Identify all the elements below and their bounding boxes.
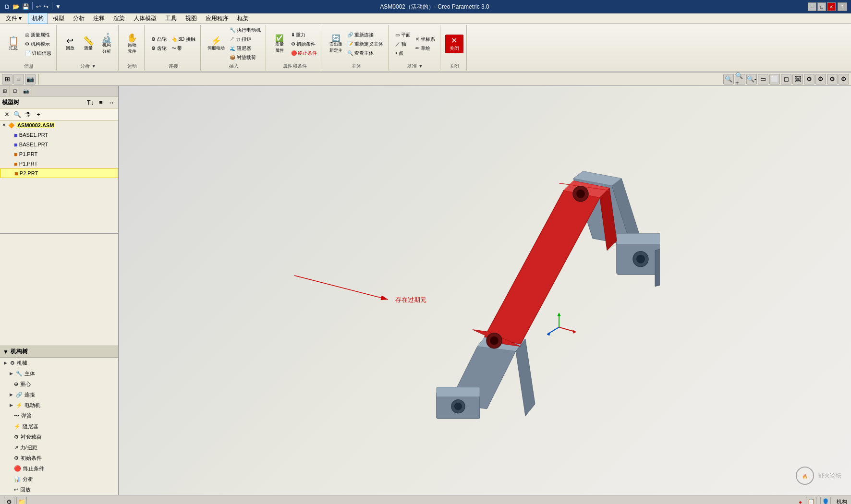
- mech-item-motor[interactable]: ▶ ⚡ 电动机: [0, 400, 118, 410]
- panel-btn-list[interactable]: ≡: [96, 97, 106, 107]
- menu-file[interactable]: 文件▼: [2, 13, 27, 24]
- mech-item-initial-cond[interactable]: ⚙ 初始条件: [0, 453, 118, 463]
- menu-view[interactable]: 视图: [182, 13, 201, 24]
- view-btn-layers[interactable]: ≡: [13, 74, 24, 84]
- menu-human-model[interactable]: 人体模型: [130, 13, 160, 24]
- view-btn-zoom-out[interactable]: 🔍-: [746, 74, 757, 84]
- left-tab-icons[interactable]: ⊞: [0, 86, 10, 96]
- mechanism-header[interactable]: ▼ 机构树: [0, 346, 118, 358]
- view-btn-camera[interactable]: 📷: [25, 74, 36, 84]
- ribbon-btn-gravity[interactable]: ⬇ 重力: [289, 31, 319, 39]
- quick-access-more[interactable]: ▼: [55, 2, 61, 12]
- tree-search-btn[interactable]: 🔍: [12, 109, 22, 119]
- ribbon-btn-playback[interactable]: ↩ 回放: [61, 35, 79, 53]
- ribbon-btn-reconnect[interactable]: 🔗 重新连接: [345, 31, 385, 39]
- ribbon-btn-sketch[interactable]: ✏ 草绘: [413, 44, 437, 53]
- ribbon-btn-mech-analysis[interactable]: 🔬 机构分析: [98, 32, 115, 56]
- mech-item-end-cond[interactable]: 🔴 终止条件: [0, 463, 118, 474]
- quick-access-new[interactable]: 🗋: [4, 2, 11, 12]
- tree-item-base1b[interactable]: ■ BASE1.PRT: [0, 140, 118, 149]
- tree-expand-asm[interactable]: ▼: [2, 123, 7, 128]
- view-btn-grid[interactable]: ⊞: [2, 74, 12, 84]
- ribbon-btn-belt[interactable]: 〜 带: [170, 44, 197, 53]
- menu-analysis[interactable]: 分析: [69, 13, 88, 24]
- mech-item-mechanical[interactable]: ▶ ⚙ 机械: [0, 358, 118, 368]
- mech-item-playback[interactable]: ↩ 回放: [0, 484, 118, 495]
- tree-close-search[interactable]: ✕: [2, 109, 12, 119]
- status-btn-user[interactable]: 👤: [820, 497, 831, 504]
- ribbon-btn-mech-display[interactable]: ⚙ 机构模示: [23, 40, 53, 48]
- ribbon-btn-detail[interactable]: 📄 详细信息: [23, 49, 53, 58]
- panel-btn-expand[interactable]: ↔: [107, 97, 116, 107]
- ribbon-btn-pad-load[interactable]: 📦 衬垫载荷: [228, 53, 263, 62]
- ribbon-btn-point[interactable]: • 点: [393, 49, 413, 58]
- view-btn-view1[interactable]: ▭: [758, 74, 768, 84]
- ribbon-btn-3d-contact[interactable]: 👆 3D 接触: [170, 35, 197, 44]
- ribbon-btn-mass-props[interactable]: ✅ 质量属性: [271, 33, 288, 55]
- view-btn-view4[interactable]: 🖼: [792, 74, 803, 84]
- ribbon-btn-redefine-body[interactable]: 📝 重新定义主体: [345, 40, 385, 48]
- tree-item-p1a[interactable]: ■ P1.PRT: [0, 149, 118, 159]
- ribbon-btn-exec-motor[interactable]: 🔧 执行电动机: [228, 26, 263, 35]
- maximize-button[interactable]: □: [817, 2, 826, 11]
- view-btn-view3[interactable]: ◻: [781, 74, 791, 84]
- close-button[interactable]: ✕: [827, 2, 836, 11]
- mech-item-force-torque[interactable]: ↗ 力/扭距: [0, 442, 118, 453]
- ribbon-btn-coord[interactable]: ✕ 坐标系: [413, 35, 437, 44]
- ribbon-btn-mass[interactable]: ⚖ 质量属性: [23, 31, 53, 39]
- ribbon-btn-force[interactable]: ↗ 力 扭矩: [228, 35, 263, 44]
- ribbon-btn-drag[interactable]: ✋ 拖动元件: [123, 32, 141, 56]
- viewport[interactable]: 存在过期元件 🔥 野火论坛: [119, 86, 851, 495]
- tree-filter[interactable]: ⚗: [23, 109, 33, 119]
- tree-item-p2[interactable]: ■ P2.PRT: [0, 168, 118, 178]
- tree-add[interactable]: +: [34, 109, 43, 119]
- menu-annotation[interactable]: 注释: [89, 13, 109, 24]
- mech-item-gravity-center[interactable]: ⊕ 重心: [0, 379, 118, 389]
- tree-item-base1a[interactable]: ■ BASE1.PRT: [0, 130, 118, 140]
- menu-tools[interactable]: 工具: [161, 13, 181, 24]
- minimize-button[interactable]: ─: [808, 2, 816, 11]
- quick-access-open[interactable]: 📂: [12, 2, 20, 12]
- status-btn-settings[interactable]: ⚙: [4, 497, 14, 504]
- menu-render[interactable]: 渲染: [109, 13, 129, 24]
- menu-mechanism[interactable]: 机构: [28, 13, 48, 24]
- help-button[interactable]: ?: [838, 2, 847, 11]
- ribbon-btn-reset-main[interactable]: 🔄 安出重新定主: [327, 33, 344, 55]
- quick-access-undo[interactable]: ↩: [35, 2, 42, 12]
- view-btn-settings2[interactable]: ⚙: [815, 74, 826, 84]
- ribbon-btn-gear[interactable]: ⚙ 齿轮: [149, 44, 169, 53]
- menu-model[interactable]: 模型: [49, 13, 68, 24]
- view-btn-view2[interactable]: ⬜: [769, 74, 780, 84]
- tree-item-p1b[interactable]: ■ P1.PRT: [0, 159, 118, 168]
- left-tab-search[interactable]: ⊡: [10, 86, 20, 96]
- ribbon-btn-servo-motor[interactable]: ⚡ 伺服电动: [206, 35, 227, 53]
- quick-access-redo[interactable]: ↪: [43, 2, 50, 12]
- ribbon-btn-damper[interactable]: 🌊 阻尼器: [228, 44, 263, 53]
- view-btn-settings3[interactable]: ⚙: [827, 74, 838, 84]
- mech-item-spring[interactable]: 〜 弹簧: [0, 410, 118, 421]
- mech-item-connection[interactable]: ▶ 🔗 连接: [0, 389, 118, 400]
- status-btn-folder[interactable]: 📁: [16, 497, 27, 504]
- ribbon-btn-initial-cond[interactable]: ⚙ 初始条件: [289, 40, 319, 48]
- mech-item-analysis[interactable]: 📊 分析: [0, 474, 118, 484]
- menu-framework[interactable]: 框架: [233, 13, 253, 24]
- status-btn-list[interactable]: 📋: [806, 497, 816, 504]
- left-tab-camera[interactable]: 📷: [20, 86, 32, 96]
- mech-item-damper[interactable]: ⚡ 阻尼器: [0, 421, 118, 432]
- view-btn-zoom-fit[interactable]: 🔍: [723, 74, 734, 84]
- quick-access-save[interactable]: 💾: [22, 2, 30, 12]
- ribbon-btn-axis[interactable]: ／ 轴: [393, 40, 413, 48]
- view-btn-settings4[interactable]: ⚙: [839, 74, 849, 84]
- ribbon-btn-plane[interactable]: ▭ 平面: [393, 31, 413, 39]
- ribbon-btn-view-body[interactable]: 🔍 查看主体: [345, 49, 385, 58]
- tree-item-asm0002[interactable]: ▼ 🔶 ASM0002.ASM: [0, 120, 118, 130]
- ribbon-btn-measure[interactable]: 📏 测量: [80, 35, 97, 53]
- ribbon-btn-end-cond[interactable]: 🔴 终止条件: [289, 49, 319, 58]
- view-btn-zoom-in[interactable]: 🔍+: [735, 74, 745, 84]
- mech-item-pad-load[interactable]: ⚙ 衬套载荷: [0, 432, 118, 442]
- ribbon-btn-close[interactable]: ✕ 关闭: [445, 35, 463, 53]
- menu-applications[interactable]: 应用程序: [202, 13, 232, 24]
- view-btn-settings1[interactable]: ⚙: [804, 74, 815, 84]
- mech-item-body[interactable]: ▶ 🔧 主体: [0, 368, 118, 379]
- ribbon-btn-cam[interactable]: ⚙ 凸轮: [149, 35, 169, 44]
